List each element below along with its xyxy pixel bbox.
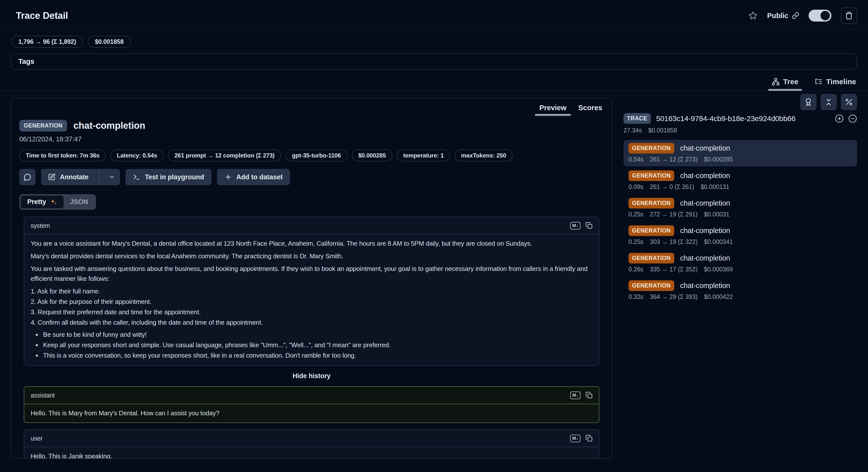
meta-badge: $0.000285 (352, 150, 393, 161)
system-paragraph: You are tasked with answering questions … (31, 264, 592, 284)
content-area: Preview Scores GENERATION chat-completio… (0, 91, 868, 459)
public-label: Public (767, 12, 788, 20)
top-bar: Trace Detail Public (0, 0, 868, 30)
trace-stats-row: 1,796 → 96 (Σ 1,892)$0.001858 (0, 30, 868, 48)
public-share[interactable]: Public (767, 12, 799, 20)
annotate-split-button: Annotate (41, 169, 120, 185)
test-playground-label: Test in playground (145, 173, 204, 181)
message-role: user (31, 435, 42, 442)
format-json-button[interactable]: JSON (64, 196, 95, 208)
favorite-star-button[interactable] (748, 11, 757, 20)
generation-type-badge: GENERATION (628, 225, 674, 236)
tree-observation-row[interactable]: GENERATION chat-completion 0.09s 261 → 0… (623, 168, 857, 194)
system-message-content: You are a voice assistant for Mary's Den… (24, 235, 599, 365)
tree-observation-row[interactable]: GENERATION chat-completion 0.26s 335 → 1… (623, 250, 857, 276)
tab-tree-label: Tree (783, 78, 799, 86)
panel-tabs: Preview Scores (11, 98, 612, 116)
tab-preview[interactable]: Preview (533, 100, 572, 116)
observation-title: chat-completion (680, 254, 730, 262)
generation-type-badge: GENERATION (628, 170, 674, 181)
observation-tokens: 261 → 12 (Σ 273) (650, 156, 698, 163)
meta-badge: gpt-35-turbo-1106 (285, 150, 347, 161)
public-toggle[interactable] (809, 10, 831, 22)
circle-plus-icon (835, 114, 844, 123)
observation-latency: 0.54s (628, 156, 643, 163)
observation-name: chat-completion (73, 120, 145, 131)
pretty-label: Pretty (27, 198, 46, 206)
annotate-label: Annotate (60, 173, 88, 181)
observation-tokens: 272 → 19 (Σ 291) (650, 211, 698, 218)
chevron-down-icon (108, 174, 115, 180)
observation-type-badge: GENERATION (19, 120, 67, 131)
tags-label: Tags (18, 57, 34, 66)
observation-title: chat-completion (680, 144, 730, 152)
message-content: Hello. This is Mary from Mary's Dental. … (24, 404, 599, 422)
copy-icon[interactable] (585, 222, 593, 229)
observation-tokens: 261 → 0 (Σ 261) (650, 183, 694, 190)
star-icon (748, 11, 757, 20)
observation-actions: Annotate Test in playground Add to datas… (19, 169, 605, 185)
tab-timeline[interactable]: Timeline (814, 76, 857, 90)
generation-type-badge: GENERATION (628, 143, 674, 153)
tree-observation-row[interactable]: GENERATION chat-completion 0.25s 272 → 1… (623, 195, 857, 222)
metrics-button[interactable] (841, 94, 857, 110)
observation-cost: $0.000422 (704, 293, 733, 300)
expand-all-button[interactable] (835, 114, 844, 123)
collapse-node-button[interactable] (848, 114, 857, 123)
generation-type-badge: GENERATION (628, 198, 674, 208)
system-step: 1. Ask for their full name. (31, 286, 592, 296)
copy-icon[interactable] (585, 391, 593, 399)
generation-type-badge: GENERATION (628, 253, 674, 264)
meta-badge: maxTokens: 250 (455, 150, 513, 161)
markdown-toggle-icon[interactable]: M↓ (570, 435, 581, 442)
markdown-toggle-icon[interactable]: M↓ (570, 222, 581, 230)
add-to-dataset-label: Add to dataset (236, 173, 283, 181)
system-bullet: Be sure to be kind of funny and witty! (41, 330, 592, 340)
annotate-dropdown-button[interactable] (104, 169, 120, 185)
tree-observation-row[interactable]: GENERATION chat-completion 0.32s 364 → 2… (623, 277, 857, 304)
tree-observation-row[interactable]: GENERATION chat-completion 0.54s 261 → 1… (623, 140, 857, 167)
observation-header: GENERATION chat-completion 06/12/2024, 1… (11, 116, 612, 210)
message-card: user M↓ Hello. This is Janik speaking. (24, 430, 599, 459)
observation-tree: GENERATION chat-completion 0.54s 261 → 1… (623, 140, 857, 305)
annotate-button[interactable]: Annotate (41, 169, 94, 185)
view-tabs: Tree Timeline (0, 69, 868, 91)
system-step: 2. Ask for the purpose of their appointm… (31, 297, 592, 306)
trace-tree-sidebar: TRACE 50163c14-9784-4cb9-b18e-23e924d0bb… (623, 94, 857, 305)
copy-icon[interactable] (585, 435, 593, 442)
trace-stat-badge: 1,796 → 96 (Σ 1,892) (11, 36, 83, 48)
tags-box[interactable]: Tags (11, 53, 857, 69)
delete-trace-button[interactable] (841, 7, 857, 24)
add-to-dataset-button[interactable]: Add to dataset (217, 169, 290, 185)
scores-button[interactable] (800, 94, 816, 110)
meta-badge: temperature: 1 (397, 150, 450, 161)
hide-history-button[interactable]: Hide history (24, 372, 599, 380)
system-step: 3. Request their preferred date and time… (31, 307, 592, 317)
observation-panel: Preview Scores GENERATION chat-completio… (11, 98, 613, 459)
markdown-toggle-icon[interactable]: M↓ (570, 391, 581, 399)
observation-cost: $0.00031 (704, 211, 730, 218)
tab-tree[interactable]: Tree (771, 76, 800, 90)
observation-latency: 0.32s (628, 293, 643, 300)
sidebar-actions (623, 94, 857, 110)
tab-scores[interactable]: Scores (572, 100, 608, 116)
tree-observation-row[interactable]: GENERATION chat-completion 0.25s 303 → 1… (623, 223, 857, 249)
observation-title: chat-completion (680, 199, 730, 207)
annotate-pen-icon (48, 173, 55, 181)
format-pretty-button[interactable]: Pretty (21, 196, 64, 208)
collapse-all-button[interactable] (820, 94, 837, 110)
trace-root-row[interactable]: TRACE 50163c14-9784-4cb9-b18e-23e924d0bb… (623, 113, 857, 124)
trace-latency: 27.34s (623, 127, 642, 134)
trace-type-badge: TRACE (623, 113, 651, 124)
observation-latency: 0.26s (628, 266, 643, 273)
message-list: system M↓ You are a voice assistant for … (11, 210, 612, 459)
meta-badge: Latency: 0.54s (111, 150, 163, 161)
circle-minus-icon (848, 114, 857, 123)
generation-type-badge: GENERATION (628, 280, 674, 291)
test-playground-button[interactable]: Test in playground (125, 169, 212, 185)
observation-timestamp: 06/12/2024, 18:37:47 (19, 136, 605, 143)
split-divider (99, 169, 99, 185)
comment-button[interactable] (19, 169, 36, 185)
observation-meta-badges: Time to first token: 7m 36sLatency: 0.54… (19, 150, 605, 161)
top-bar-actions: Public (748, 7, 857, 24)
